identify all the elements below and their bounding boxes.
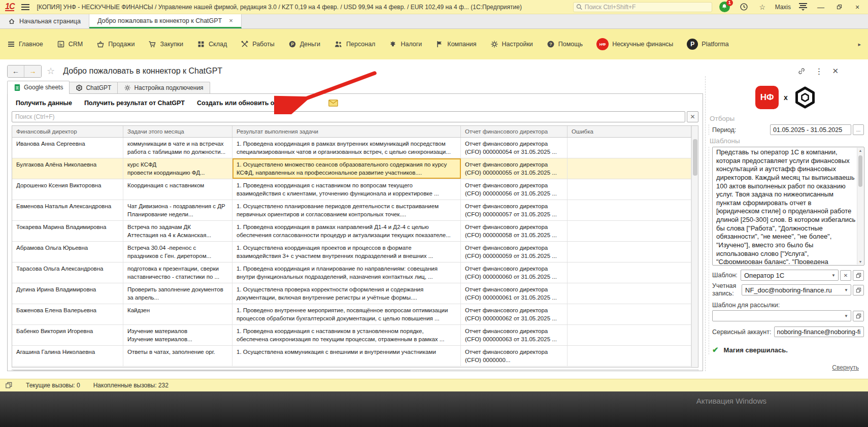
cell-result[interactable]: 1. Осуществлено множество сеансов образо… [232, 158, 461, 179]
clear-search-button[interactable]: ✕ [687, 111, 698, 122]
section-sales[interactable]: Продажи [96, 40, 135, 48]
cell-director[interactable]: Булгакова Алёна Николаевна [12, 158, 123, 179]
template-text[interactable]: Представь ты оператор 1С в компании, кот… [716, 148, 856, 264]
cell-error[interactable] [567, 262, 691, 283]
section-warehouse[interactable]: Склад [197, 40, 227, 48]
section-main[interactable]: Главное [7, 40, 43, 48]
table-row[interactable]: Токарева Марина Владимировна Встреча по … [12, 221, 698, 242]
global-search[interactable] [573, 2, 712, 12]
cell-director[interactable]: Иванова Анна Сергеевна [12, 138, 123, 158]
send-mail-button[interactable] [328, 100, 338, 107]
tab-chatgpt[interactable]: ChatGPT [69, 82, 118, 94]
cell-error[interactable] [567, 179, 691, 200]
cell-error[interactable] [567, 283, 691, 304]
table-row[interactable]: Булгакова Алёна Николаевна курс КСФДпров… [12, 158, 698, 179]
scrollbar-thumb[interactable] [858, 155, 862, 187]
table-row[interactable]: Евменова Наталья Александровна Чат Дивиз… [12, 200, 698, 221]
cell-result[interactable]: 1. Проведено внутреннее мероприятие, пос… [232, 304, 461, 324]
view-settings-icon[interactable] [798, 2, 808, 12]
cell-director[interactable]: Токарева Марина Владимировна [12, 221, 123, 241]
section-staff[interactable]: Персонал [334, 40, 375, 48]
template-clear-button[interactable]: ✕ [840, 270, 851, 281]
col-error[interactable]: Ошибка [567, 126, 691, 137]
chevron-down-icon[interactable]: ▼ [830, 273, 837, 278]
account-open-button[interactable] [853, 285, 864, 295]
cell-tasks[interactable]: Изучение материаловИзучение материалов..… [123, 325, 232, 345]
cell-tasks[interactable]: Координация с наставником [123, 179, 232, 200]
cell-tasks[interactable]: Чат Дивизиона - поздравления с ДРПланиро… [123, 200, 232, 220]
section-help[interactable]: ? Помощь [547, 40, 583, 48]
tab-chatgpt-connector[interactable]: Добро пожаловать в коннектор к ChatGPT × [89, 14, 242, 28]
cell-report[interactable]: Отчет финансового директора(CFO) 0000000… [461, 138, 567, 158]
scrollbar-thumb[interactable] [13, 370, 411, 371]
scroll-down-icon[interactable]: ▼ [859, 260, 862, 264]
tab-connection-settings[interactable]: Настройка подключения [117, 82, 210, 94]
col-tasks[interactable]: Задачи этого месяца [123, 126, 232, 137]
tab-close-icon[interactable]: × [229, 17, 233, 24]
favorite-star-icon[interactable]: ☆ [47, 65, 55, 77]
collapse-link[interactable]: Свернуть [832, 364, 859, 371]
cell-report[interactable]: Отчет финансового директора(CFO) 0000000… [461, 242, 567, 262]
cell-tasks[interactable]: Встреча по задачам ДКАттестация на 4 к А… [123, 221, 232, 241]
section-taxes[interactable]: Налоги [389, 40, 422, 48]
cell-result[interactable]: 1. Проведена координация в рамках внутре… [232, 138, 461, 158]
table-row[interactable]: Баженова Елена Валерьевна Кайдзен 1. Про… [12, 304, 698, 325]
cell-error[interactable] [567, 242, 691, 262]
col-director[interactable]: Финансовый директор [12, 126, 123, 137]
cell-result[interactable]: 1. Проведена координация и планирование … [232, 262, 461, 283]
table-horizontal-scrollbar[interactable] [12, 369, 698, 371]
table-row[interactable]: Агашина Галина Николаевна Ответы в чатах… [12, 346, 698, 367]
cell-error[interactable] [567, 138, 691, 158]
cell-error[interactable] [567, 158, 691, 179]
restore-button[interactable] [833, 2, 845, 13]
cell-report[interactable]: Отчет финансового директора(CFO) 0000000… [461, 200, 567, 220]
create-update-reports-button[interactable]: Создать или обновить отчеты [197, 100, 293, 107]
mailing-template-combobox[interactable]: ▼ [712, 310, 851, 321]
cell-tasks[interactable]: Встреча 30.04 -перенос спраздников с Ген… [123, 242, 232, 262]
history-button[interactable] [739, 2, 750, 13]
cell-result[interactable]: 1. Осуществлена проверка корректности оф… [232, 283, 461, 304]
col-report[interactable]: Отчет финансового директора [461, 126, 567, 137]
table-vertical-scrollbar[interactable] [691, 126, 698, 367]
cell-tasks[interactable]: Кайдзен [123, 304, 232, 324]
tab-home[interactable]: Начальная страница [0, 14, 89, 28]
cell-report[interactable]: Отчет финансового директора(CFO) 0000000… [461, 179, 567, 200]
ribbon-overflow-icon[interactable]: ▸ [858, 41, 861, 48]
cell-error[interactable] [567, 325, 691, 345]
notifications-button[interactable]: 1 [719, 2, 731, 13]
cell-report[interactable]: Отчет финансового директора(CFO) 0000000… [461, 262, 567, 283]
cell-tasks[interactable]: Ответы в чатах, заполнение орг. [123, 346, 232, 366]
service-account-input[interactable] [774, 326, 864, 337]
cell-report[interactable]: Отчет финансового директора(CFO) 0000000… [461, 283, 567, 304]
cell-error[interactable] [567, 221, 691, 241]
table-row[interactable]: Абрамова Ольга Юрьевна Встреча 30.04 -пе… [12, 242, 698, 262]
cell-report[interactable]: Отчет финансового директора(CFO) 0000000… [461, 325, 567, 345]
cell-result[interactable]: 1. Проведена координация с наставником в… [232, 325, 461, 345]
table-search-input[interactable] [12, 111, 685, 122]
section-platforma[interactable]: P Platforma [687, 39, 729, 50]
cell-result[interactable]: 1. Осуществлена коммуникация с внешними … [232, 346, 461, 366]
cell-result[interactable]: 1. Осуществлено планирование периодов де… [232, 200, 461, 220]
table-row[interactable]: Дугина Ирина Владимировна Проверить запо… [12, 283, 698, 304]
main-menu-icon[interactable] [21, 3, 29, 12]
cell-tasks[interactable]: курс КСФДпровести координацию ФД... [123, 158, 232, 179]
section-works[interactable]: Работы [241, 40, 274, 48]
table-row[interactable]: Дорошенко Ксения Викторовна Координация … [12, 179, 698, 200]
minimize-button[interactable]: — [815, 2, 826, 13]
global-search-input[interactable] [585, 4, 709, 11]
cell-tasks[interactable]: коммуникации в чате и на встречахработа … [123, 138, 232, 158]
scroll-up-icon[interactable]: ▲ [859, 149, 862, 152]
cell-director[interactable]: Агашина Галина Николаевна [12, 346, 123, 366]
cell-director[interactable]: Бабенко Виктория Игоревна [12, 325, 123, 345]
cell-report[interactable]: Отчет финансового директора(CFO) 0000000… [461, 346, 567, 366]
close-window-button[interactable]: × [852, 2, 863, 13]
cell-result[interactable]: 1. Проведена координация в рамках направ… [232, 221, 461, 241]
get-data-button[interactable]: Получить данные [16, 100, 72, 107]
mailing-open-button[interactable] [853, 311, 864, 321]
cell-error[interactable] [567, 304, 691, 324]
back-button[interactable]: ← [8, 65, 24, 77]
section-crm[interactable]: CRM [57, 40, 83, 48]
period-input[interactable] [770, 124, 851, 135]
more-menu-icon[interactable]: ⋮ [815, 67, 823, 76]
forward-button[interactable]: → [24, 65, 41, 77]
